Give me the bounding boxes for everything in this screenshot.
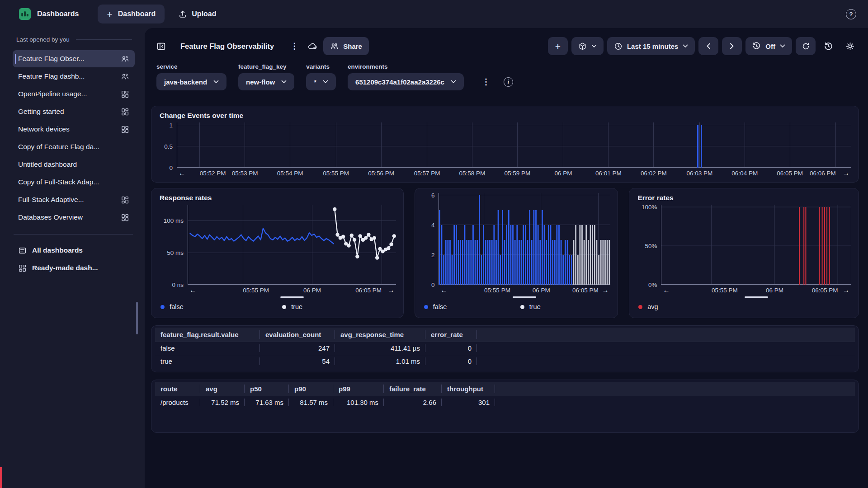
x-tick-label: 06:06 PM [810,170,836,177]
x-tick-label: 06:04 PM [731,170,758,177]
sidebar-item-label: Getting started [18,108,64,116]
pan-right-arrow[interactable]: → [843,169,849,177]
column-header[interactable]: failure_rate [384,382,442,396]
sidebar-item[interactable]: Getting started [13,103,135,120]
pan-left-arrow[interactable]: ← [663,286,670,294]
table-cell: 2.66 [384,396,442,409]
add-tile-button[interactable]: + [548,37,568,55]
history-button[interactable] [819,37,837,55]
column-header[interactable]: p90 [289,382,333,396]
chart-plot-area[interactable] [177,122,851,168]
info-icon[interactable]: i [504,77,513,87]
variables-cube-button[interactable] [571,37,604,55]
chart-scrollbar[interactable] [513,296,536,298]
sidebar-item[interactable]: Network devices [13,121,135,138]
y-axis-labels: 0246 [422,193,439,285]
time-back-button[interactable] [698,37,718,55]
pan-left-arrow[interactable]: ← [179,169,185,177]
sidebar-scrollbar[interactable] [136,302,138,334]
grid-icon [121,125,129,134]
column-header[interactable]: avg_response_time [335,328,425,342]
column-header[interactable]: throughput [442,382,495,396]
cloud-sync-icon[interactable] [307,42,318,51]
table-cell: 0 [425,355,477,368]
dashboard-main: Feature Flag Observability ⋮ Share + [145,28,868,488]
pan-right-arrow[interactable]: → [387,286,394,294]
pan-left-arrow[interactable]: ← [440,286,447,294]
feature-flag-key-dropdown[interactable]: new-flow [238,73,294,90]
table-row[interactable]: /products71.52 ms71.63 ms81.57 ms101.30 … [155,396,855,409]
y-tick-label: 1 [169,122,173,128]
legend-label: true [529,303,541,310]
sidebar-item[interactable]: Full-Stack Adaptive... [13,191,135,208]
table-header-row: routeavgp50p90p99failure_ratethroughput [155,382,855,396]
plus-icon: + [107,9,112,19]
column-header[interactable]: route [155,382,200,396]
time-range-button[interactable]: Last 15 minutes [607,37,695,55]
pan-left-arrow[interactable]: ← [189,286,196,294]
service-dropdown[interactable]: java-backend [156,73,226,90]
column-header[interactable]: evaluation_count [260,328,335,342]
tab-dashboard[interactable]: + Dashboard [98,5,165,23]
chevron-left-icon [706,43,711,49]
variants-dropdown[interactable]: * [306,73,336,90]
table-row[interactable]: false247411.41 µs0 [155,342,855,355]
chart-plot-area[interactable] [439,193,610,285]
sidebar-item-all-dashboards[interactable]: All dashboards [13,242,135,259]
collapse-sidebar-icon[interactable] [156,42,166,51]
table-cell: 81.57 ms [289,396,333,409]
chevron-down-icon [451,80,456,84]
legend-label: true [291,303,302,310]
chart-plot-area[interactable] [188,205,396,285]
sidebar-item[interactable]: Untitled dashboard [13,156,135,173]
flag-results-table: feature_flag.result.valueevaluation_coun… [155,328,855,368]
pan-right-arrow[interactable]: → [602,286,609,294]
column-header[interactable]: error_rate [425,328,477,342]
variants-value: * [314,78,316,86]
legend-dot [520,305,524,309]
upload-button[interactable]: Upload [178,9,216,19]
y-tick-label: 4 [431,221,435,228]
environments-dropdown[interactable]: 651209c374a1f02aa2a3226c [348,73,464,90]
legend-item-true[interactable]: true [282,303,302,310]
sidebar-item[interactable]: OpenPipeline usage... [13,85,135,103]
refresh-icon [802,42,810,51]
kebab-menu-icon[interactable]: ⋮ [287,41,302,51]
x-axis: ←→05:55 PM06 PM06:05 PM [661,285,851,295]
legend-item-false[interactable]: false [424,303,447,310]
auto-refresh-button[interactable]: Off [745,37,792,55]
sidebar-item[interactable]: Feature Flag dashb... [13,68,135,85]
column-header[interactable]: avg [200,382,245,396]
legend-item-false[interactable]: false [160,303,184,310]
legend-item-avg[interactable]: avg [638,303,658,310]
dashboard-title[interactable]: Feature Flag Observability [180,42,274,51]
sidebar-item-label: Copy of Feature Flag da... [18,143,99,151]
share-button[interactable]: Share [323,37,369,55]
help-icon[interactable]: ? [846,9,856,19]
sidebar-item[interactable]: Copy of Feature Flag da... [13,138,135,155]
sidebar-item[interactable]: Databases Overview [13,209,135,226]
chevron-down-icon [281,80,287,84]
column-header[interactable]: p99 [333,382,384,396]
refresh-button[interactable] [796,37,816,55]
sidebar-item[interactable]: Copy of Full-Stack Adap... [13,174,135,191]
y-tick-label: 0 [431,282,435,288]
filter-kebab-icon[interactable]: ⋮ [478,77,494,87]
column-header[interactable]: p50 [245,382,289,396]
column-header[interactable]: feature_flag.result.value [155,328,260,342]
pan-right-arrow[interactable]: → [843,286,849,294]
chart-plot-area[interactable] [661,205,851,285]
filter-label: environments [348,63,464,70]
legend-dot [160,305,165,309]
sidebar-item[interactable]: Feature Flag Obser... [13,50,135,67]
plus-icon: + [555,42,561,51]
chart-scrollbar[interactable] [280,296,304,298]
time-forward-button[interactable] [722,37,742,55]
sidebar-item-ready-made-dash[interactable]: Ready-made dash... [13,259,135,277]
settings-button[interactable] [841,37,859,55]
legend-item-true[interactable]: true [520,303,541,310]
chart-scrollbar[interactable] [745,296,768,298]
table-row[interactable]: true541.01 ms0 [155,355,855,368]
legend-label: false [433,303,447,310]
panel-routes-table: routeavgp50p90p99failure_ratethroughput/… [151,380,859,433]
